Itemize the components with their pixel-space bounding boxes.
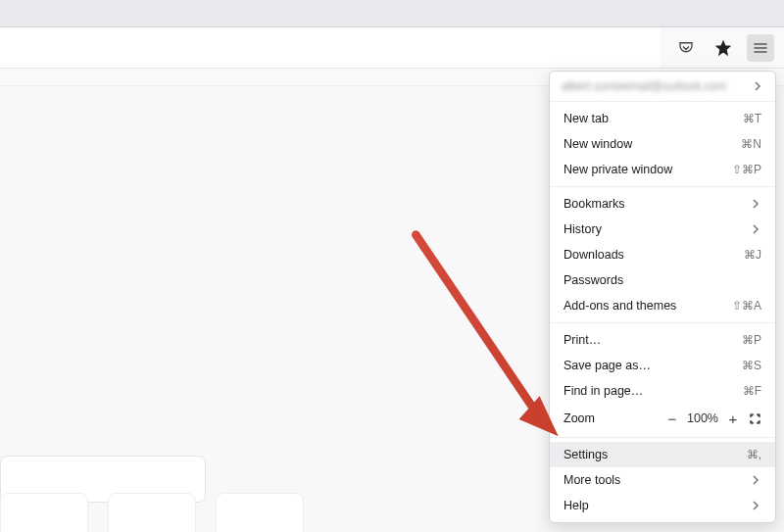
chevron-right-icon bbox=[750, 198, 761, 210]
top-site-card[interactable] bbox=[108, 493, 196, 532]
fullscreen-icon[interactable] bbox=[744, 408, 765, 429]
menu-item-print[interactable]: Print… ⌘P bbox=[550, 327, 775, 353]
menu-item-save-page-as[interactable]: Save page as… ⌘S bbox=[550, 353, 775, 378]
menu-item-history[interactable]: History bbox=[550, 217, 775, 242]
chevron-right-icon bbox=[750, 500, 761, 511]
menu-item-new-window[interactable]: New window ⌘N bbox=[550, 131, 775, 157]
menu-item-help[interactable]: Help bbox=[550, 493, 775, 518]
addressbar-area[interactable] bbox=[0, 27, 661, 68]
globe-icon[interactable] bbox=[710, 34, 737, 62]
browser-toolbar bbox=[0, 27, 784, 69]
chevron-right-icon bbox=[750, 474, 761, 486]
menu-item-bookmarks[interactable]: Bookmarks bbox=[550, 191, 775, 217]
zoom-level: 100% bbox=[683, 411, 722, 425]
zoom-out-button[interactable]: − bbox=[662, 408, 683, 429]
chevron-right-icon bbox=[750, 223, 761, 235]
chevron-right-icon bbox=[752, 80, 763, 92]
window-titlebar bbox=[0, 0, 784, 27]
menu-item-find-in-page[interactable]: Find in page… ⌘F bbox=[550, 378, 775, 404]
menu-item-new-tab[interactable]: New tab ⌘T bbox=[550, 106, 775, 131]
top-sites-row bbox=[0, 493, 304, 532]
menu-item-downloads[interactable]: Downloads ⌘J bbox=[550, 242, 775, 267]
svg-marker-0 bbox=[716, 41, 730, 55]
hamburger-menu-icon[interactable] bbox=[747, 34, 774, 62]
menu-item-settings[interactable]: Settings ⌘, bbox=[550, 442, 775, 467]
menu-zoom-controls: Zoom − 100% + bbox=[550, 404, 775, 433]
pocket-icon[interactable] bbox=[672, 34, 700, 62]
menu-item-addons-themes[interactable]: Add-ons and themes ⇧⌘A bbox=[550, 293, 775, 318]
menu-item-new-private-window[interactable]: New private window ⇧⌘P bbox=[550, 157, 775, 182]
menu-item-passwords[interactable]: Passwords bbox=[550, 267, 775, 293]
account-header[interactable]: albert.someemail@outlook.com bbox=[550, 72, 775, 102]
account-email: albert.someemail@outlook.com bbox=[562, 79, 752, 93]
menu-item-more-tools[interactable]: More tools bbox=[550, 467, 775, 493]
top-site-card[interactable] bbox=[216, 493, 304, 532]
top-site-card[interactable] bbox=[0, 493, 88, 532]
zoom-in-button[interactable]: + bbox=[722, 408, 744, 429]
app-menu-panel: albert.someemail@outlook.com New tab ⌘T … bbox=[549, 71, 776, 523]
